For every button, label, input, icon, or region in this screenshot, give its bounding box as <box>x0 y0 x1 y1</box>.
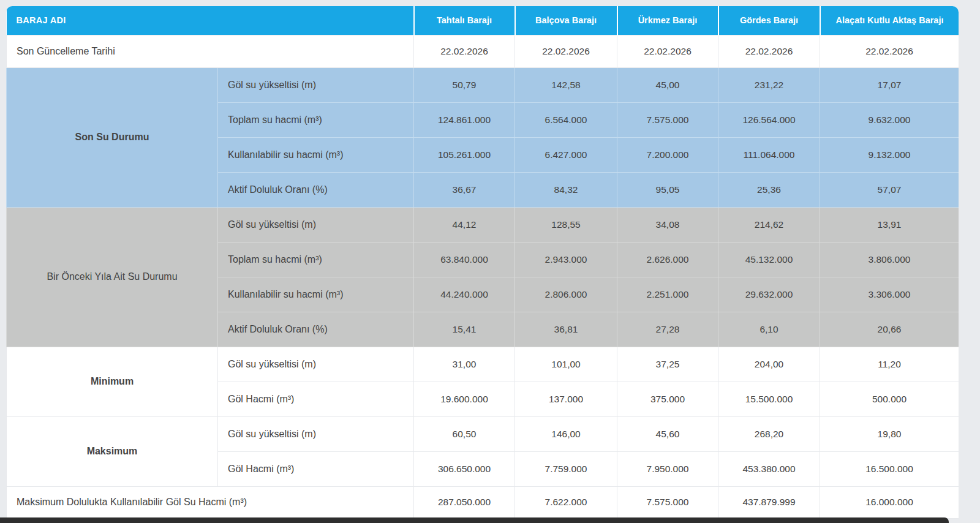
data-cell: 50,79 <box>414 67 515 102</box>
data-cell: 15.500.000 <box>718 382 820 416</box>
data-cell: 63.840.000 <box>414 242 515 277</box>
section-label-onceki-yil: Bir Önceki Yıla Ait Su Durumu <box>7 207 218 347</box>
data-cell: 111.064.000 <box>718 137 820 172</box>
data-cell: 2.806.000 <box>515 277 617 312</box>
row-label: Göl su yükseltisi (m) <box>218 347 414 382</box>
data-cell: 9.132.000 <box>820 137 959 172</box>
column-header-balcova: Balçova Barajı <box>515 6 617 35</box>
data-cell: 453.380.000 <box>718 451 820 486</box>
row-label: Göl su yükseltisi (m) <box>218 67 414 102</box>
column-header-gordes: Gördes Barajı <box>718 6 820 35</box>
dam-data-table: BARAJ ADI Tahtalı Barajı Balçova Barajı … <box>6 6 959 519</box>
data-cell: 37,25 <box>617 347 718 382</box>
dam-status-table: BARAJ ADI Tahtalı Barajı Balçova Barajı … <box>6 6 959 519</box>
section-label-son-su-durumu: Son Su Durumu <box>7 67 218 207</box>
data-cell: 2.251.000 <box>617 277 718 312</box>
data-cell: 3.806.000 <box>820 242 959 277</box>
data-cell: 45.132.000 <box>718 242 820 277</box>
data-cell: 124.861.000 <box>414 102 515 137</box>
table-header-row: BARAJ ADI Tahtalı Barajı Balçova Barajı … <box>7 6 959 35</box>
data-cell: 2.943.000 <box>515 242 617 277</box>
table-row: Son Güncelleme Tarihi 22.02.2026 22.02.2… <box>7 35 959 67</box>
data-cell: 16.500.000 <box>820 451 959 486</box>
row-label: Göl Hacmi (m³) <box>218 451 414 486</box>
table-row: Bir Önceki Yıla Ait Su Durumu Göl su yük… <box>7 207 959 242</box>
data-cell: 7.575.000 <box>617 102 718 137</box>
data-cell: 7.622.000 <box>515 486 617 518</box>
data-cell: 22.02.2026 <box>617 35 718 67</box>
data-cell: 60,50 <box>414 416 515 451</box>
row-label: Kullanılabilir su hacmi (m³) <box>218 137 414 172</box>
data-cell: 6,10 <box>718 312 820 347</box>
data-cell: 204,00 <box>718 347 820 382</box>
section-label-minimum: Minimum <box>7 347 218 416</box>
data-cell: 11,20 <box>820 347 959 382</box>
data-cell: 22.02.2026 <box>718 35 820 67</box>
data-cell: 142,58 <box>515 67 617 102</box>
data-cell: 17,07 <box>820 67 959 102</box>
data-cell: 22.02.2026 <box>820 35 959 67</box>
row-label: Göl su yükseltisi (m) <box>218 207 414 242</box>
row-label-max-usable-volume: Maksimum Dolulukta Kullanılabilir Göl Su… <box>7 486 414 518</box>
data-cell: 146,00 <box>515 416 617 451</box>
column-header-tahtali: Tahtalı Barajı <box>414 6 515 35</box>
data-cell: 6.564.000 <box>515 102 617 137</box>
row-label: Kullanılabilir su hacmi (m³) <box>218 277 414 312</box>
data-cell: 84,32 <box>515 172 617 207</box>
row-label: Toplam su hacmi (m³) <box>218 242 414 277</box>
data-cell: 375.000 <box>617 382 718 416</box>
data-cell: 137.000 <box>515 382 617 416</box>
data-cell: 13,91 <box>820 207 959 242</box>
data-cell: 27,28 <box>617 312 718 347</box>
data-cell: 7.575.000 <box>617 486 718 518</box>
data-cell: 2.626.000 <box>617 242 718 277</box>
data-cell: 7.200.000 <box>617 137 718 172</box>
data-cell: 128,55 <box>515 207 617 242</box>
data-cell: 437.879.999 <box>718 486 820 518</box>
row-label: Aktif Doluluk Oranı (%) <box>218 172 414 207</box>
data-cell: 36,81 <box>515 312 617 347</box>
data-cell: 306.650.000 <box>414 451 515 486</box>
row-label: Göl su yükseltisi (m) <box>218 416 414 451</box>
data-cell: 36,67 <box>414 172 515 207</box>
data-cell: 6.427.000 <box>515 137 617 172</box>
column-header-urkmez: Ürkmez Barajı <box>617 6 718 35</box>
table-row: Minimum Göl su yükseltisi (m) 31,00 101,… <box>7 347 959 382</box>
data-cell: 214,62 <box>718 207 820 242</box>
data-cell: 15,41 <box>414 312 515 347</box>
row-label-update-date: Son Güncelleme Tarihi <box>7 35 414 67</box>
data-cell: 31,00 <box>414 347 515 382</box>
row-label: Göl Hacmi (m³) <box>218 382 414 416</box>
data-cell: 29.632.000 <box>718 277 820 312</box>
data-cell: 7.759.000 <box>515 451 617 486</box>
data-cell: 95,05 <box>617 172 718 207</box>
data-cell: 25,36 <box>718 172 820 207</box>
table-row: Maksimum Dolulukta Kullanılabilir Göl Su… <box>7 486 959 518</box>
data-cell: 105.261.000 <box>414 137 515 172</box>
data-cell: 44,12 <box>414 207 515 242</box>
row-label: Aktif Doluluk Oranı (%) <box>218 312 414 347</box>
data-cell: 19.600.000 <box>414 382 515 416</box>
data-cell: 287.050.000 <box>414 486 515 518</box>
data-cell: 126.564.000 <box>718 102 820 137</box>
row-label: Toplam su hacmi (m³) <box>218 102 414 137</box>
data-cell: 3.306.000 <box>820 277 959 312</box>
table-row: Maksimum Göl su yükseltisi (m) 60,50 146… <box>7 416 959 451</box>
data-cell: 20,66 <box>820 312 959 347</box>
data-cell: 268,20 <box>718 416 820 451</box>
data-cell: 57,07 <box>820 172 959 207</box>
data-cell: 19,80 <box>820 416 959 451</box>
data-cell: 22.02.2026 <box>414 35 515 67</box>
data-cell: 34,08 <box>617 207 718 242</box>
section-label-maksimum: Maksimum <box>7 416 218 486</box>
footer-divider-bar <box>0 517 949 523</box>
data-cell: 101,00 <box>515 347 617 382</box>
data-cell: 7.950.000 <box>617 451 718 486</box>
column-header-baraj-adi: BARAJ ADI <box>7 6 414 35</box>
data-cell: 45,00 <box>617 67 718 102</box>
data-cell: 231,22 <box>718 67 820 102</box>
data-cell: 45,60 <box>617 416 718 451</box>
data-cell: 500.000 <box>820 382 959 416</box>
data-cell: 16.000.000 <box>820 486 959 518</box>
data-cell: 9.632.000 <box>820 102 959 137</box>
